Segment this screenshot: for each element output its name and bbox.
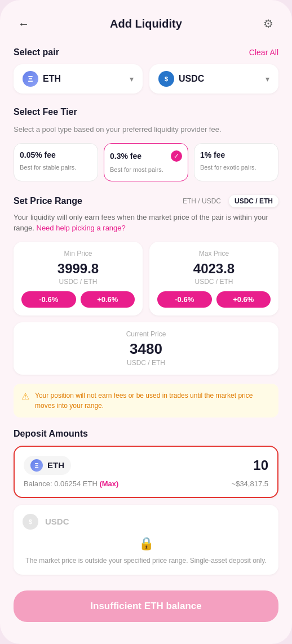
settings-button[interactable]: ⚙ — [258, 14, 278, 34]
usdc-deposit-name: USDC — [45, 517, 69, 526]
min-price-minus-button[interactable]: -0.6% — [21, 291, 76, 308]
min-price-box: Min Price 3999.8 USDC / ETH -0.6% +0.6% — [14, 242, 143, 316]
max-price-unit: USDC / ETH — [157, 278, 271, 286]
max-price-box: Max Price 4023.8 USDC / ETH -0.6% +0.6% — [149, 242, 278, 316]
fee-label-0: Best for stable pairs. — [20, 164, 76, 171]
clear-all-button[interactable]: Clear All — [249, 48, 278, 57]
lock-icon: 🔒 — [139, 536, 154, 551]
eth-balance-text: Balance: 0.06254 ETH (Max) — [24, 479, 118, 488]
select-pair-label: Select pair — [14, 47, 59, 57]
warning-box: ⚠ Your position will not earn fees or be… — [14, 384, 278, 418]
current-price-value: 3480 — [21, 340, 271, 358]
fee-tier-desc: Select a pool type based on your preferr… — [14, 124, 278, 135]
eth-deposit-amount: 10 — [253, 458, 268, 473]
eth-token-badge: Ξ ETH — [24, 456, 71, 475]
fee-option-1[interactable]: 0.3% fee ✓ Best for most pairs. — [104, 143, 188, 181]
min-price-label: Min Price — [21, 250, 135, 257]
page-title: Add Liquidity — [110, 17, 182, 30]
price-range-header: Set Price Range ETH / USDC USDC / ETH — [14, 195, 278, 207]
fee-pct-1: 0.3% fee — [110, 152, 141, 161]
chevron-down-icon-2: ▾ — [266, 74, 269, 83]
warning-icon: ⚠ — [21, 391, 29, 402]
submit-button[interactable]: Insufficient ETH balance — [14, 590, 278, 622]
token2-select[interactable]: $ USDC ▾ — [149, 64, 278, 94]
max-price-value: 4023.8 — [157, 261, 271, 277]
usdc-icon: $ — [158, 71, 174, 87]
pair-row: Ξ ETH ▾ $ USDC ▾ — [14, 64, 278, 94]
max-price-plus-button[interactable]: +0.6% — [216, 291, 271, 308]
set-price-range-label: Set Price Range — [14, 196, 82, 206]
help-link[interactable]: Need help picking a range? — [37, 224, 126, 232]
max-price-btns: -0.6% +0.6% — [157, 291, 271, 308]
eth-icon: Ξ — [23, 71, 38, 87]
current-price-label: Current Price — [21, 330, 271, 338]
locked-desc: The market price is outside your specifi… — [25, 556, 266, 566]
toggle-usdc-eth[interactable]: USDC / ETH — [229, 195, 278, 207]
fee-tier-label: Select Fee Tier — [14, 107, 77, 117]
min-price-btns: -0.6% +0.6% — [21, 291, 135, 308]
price-range-desc: Your liquidity will only earn fees when … — [14, 212, 278, 234]
current-price-unit: USDC / ETH — [21, 359, 271, 367]
header: ← Add Liquidity ⚙ — [14, 14, 278, 34]
fee-option-0[interactable]: 0.05% fee Best for stable pairs. — [14, 143, 98, 181]
back-button[interactable]: ← — [14, 14, 34, 34]
fee-label-2: Best for exotic pairs. — [200, 164, 256, 171]
token1-select[interactable]: Ξ ETH ▾ — [14, 64, 143, 94]
current-price-box: Current Price 3480 USDC / ETH — [14, 322, 278, 375]
token2-name: USDC — [179, 74, 204, 84]
max-price-minus-button[interactable]: -0.6% — [157, 291, 212, 308]
token1-name: ETH — [43, 74, 61, 84]
phone-container: ← Add Liquidity ⚙ Select pair Clear All … — [0, 0, 292, 644]
price-boxes: Min Price 3999.8 USDC / ETH -0.6% +0.6% … — [14, 242, 278, 316]
fee-pct-2: 1% fee — [200, 150, 225, 159]
eth-deposit-name: ETH — [47, 460, 64, 470]
deposit-label: Deposit Amounts — [14, 429, 88, 439]
deposit-header: Deposit Amounts — [14, 429, 278, 439]
max-link[interactable]: (Max) — [99, 479, 118, 488]
deposit-section: Deposit Amounts Ξ ETH 10 Balance: 0.0625… — [14, 429, 278, 575]
max-price-label: Max Price — [157, 250, 271, 257]
toggle-eth-usdc[interactable]: ETH / USDC — [177, 195, 227, 207]
chevron-down-icon: ▾ — [130, 74, 134, 83]
select-pair-header: Select pair Clear All — [14, 47, 278, 57]
fee-pct-0: 0.05% fee — [20, 150, 56, 159]
fee-tier-section: Select Fee Tier Select a pool type based… — [14, 107, 278, 181]
min-price-value: 3999.8 — [21, 261, 135, 277]
warning-text: Your position will not earn fees or be u… — [35, 390, 271, 411]
price-pair-toggle: ETH / USDC USDC / ETH — [177, 195, 278, 207]
price-range-section: Set Price Range ETH / USDC USDC / ETH Yo… — [14, 195, 278, 375]
eth-deposit-box: Ξ ETH 10 Balance: 0.06254 ETH (Max) ~$34… — [14, 446, 278, 498]
fee-options: 0.05% fee Best for stable pairs. 0.3% fe… — [14, 143, 278, 181]
min-price-unit: USDC / ETH — [21, 278, 135, 286]
min-price-plus-button[interactable]: +0.6% — [81, 291, 135, 308]
usdc-deposit-icon: $ — [23, 514, 38, 530]
eth-usd-value: ~$34,817.5 — [232, 479, 268, 488]
fee-label-1: Best for most pairs. — [110, 166, 163, 173]
fee-tier-header: Select Fee Tier — [14, 107, 278, 117]
check-icon: ✓ — [171, 150, 182, 162]
usdc-deposit-box: $ USDC 🔒 The market price is outside you… — [14, 505, 278, 575]
fee-option-2[interactable]: 1% fee Best for exotic pairs. — [194, 143, 278, 181]
eth-deposit-icon: Ξ — [30, 459, 43, 472]
